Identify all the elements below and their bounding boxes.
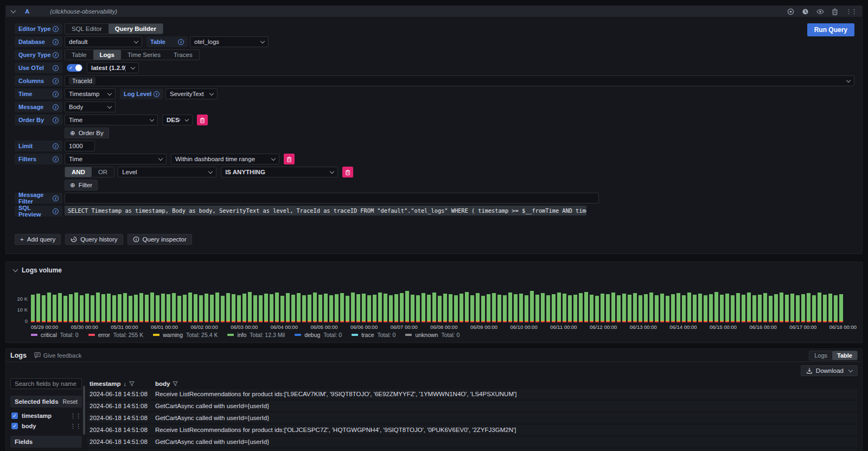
collapse-query-icon[interactable] (11, 8, 16, 14)
table-row[interactable]: 2024-06-18 14:51:08Receive ListRecommend… (87, 389, 858, 399)
add-filter-button[interactable]: ⊕Filter (65, 180, 98, 190)
time-column-select[interactable]: Timestamp (65, 88, 116, 99)
info-icon[interactable]: i (53, 208, 59, 214)
column-header-timestamp[interactable]: timestamp ↓ (87, 380, 155, 387)
filter-funnel-icon[interactable] (173, 381, 178, 386)
editor-type-query-builder[interactable]: Query Builder (108, 24, 163, 34)
query-type-traces[interactable]: Traces (167, 50, 199, 60)
volume-bar (270, 294, 273, 322)
editor-type-sql-editor[interactable]: SQL Editor (65, 24, 108, 34)
info-icon[interactable]: i (53, 26, 59, 32)
log-level-select[interactable]: SeverityText (165, 88, 218, 99)
legend-item-error[interactable]: errorTotal: 255 K (88, 332, 144, 338)
drag-handle-icon[interactable]: ⋮⋮ (70, 423, 81, 429)
legend-item-info[interactable]: infoTotal: 12.3 Mil (227, 332, 285, 338)
filter2-condition-select[interactable]: IS ANYTHING (221, 167, 338, 177)
filter-funnel-icon[interactable] (129, 381, 135, 386)
legend-item-critical[interactable]: criticalTotal: 0 (31, 332, 79, 338)
view-toggle-table[interactable]: Table (832, 351, 857, 360)
query-history-button[interactable]: Query history (65, 234, 123, 245)
remove-order-by-button[interactable] (197, 115, 208, 125)
database-select[interactable]: default (65, 36, 142, 47)
chevron-down-icon (330, 169, 334, 173)
info-icon[interactable]: i (154, 91, 159, 97)
volume-bar (796, 295, 800, 322)
order-by-field-select[interactable]: Time (65, 115, 158, 125)
reset-fields-button[interactable]: Reset (63, 398, 78, 405)
info-icon[interactable]: i (53, 195, 59, 201)
logs-volume-plot[interactable] (31, 277, 857, 323)
columns-multiselect[interactable]: TraceId (65, 75, 854, 86)
run-query-button[interactable]: Run Query (807, 23, 854, 36)
delete-query-icon[interactable] (832, 8, 838, 15)
filter-bool-or[interactable]: OR (92, 167, 114, 177)
filter-field-select[interactable]: Time (65, 154, 167, 164)
filter2-field-select[interactable]: Level (118, 167, 216, 177)
legend-item-trace[interactable]: traceTotal: 0 (352, 332, 395, 338)
sql-preview-code[interactable]: SELECT Timestamp as timestamp, Body as b… (65, 206, 586, 215)
duplicate-query-icon[interactable] (787, 8, 794, 15)
otel-version-select[interactable]: latest (1.2.9) (87, 62, 139, 73)
query-type-logs[interactable]: Logs (93, 50, 121, 60)
sidebar-scrollbar[interactable] (83, 386, 85, 435)
table-row[interactable]: 2024-06-18 14:51:08GetCartAsync called w… (87, 401, 858, 411)
message-filter-input[interactable] (65, 193, 599, 204)
drag-handle-icon[interactable]: ⋮⋮ (846, 9, 857, 14)
view-toggle-logs[interactable]: Logs (809, 351, 832, 360)
checkbox-checked-icon[interactable]: ✓ (11, 423, 18, 429)
volume-bar (118, 294, 122, 322)
hide-response-eye-icon[interactable] (816, 8, 824, 15)
table-row[interactable]: 2024-06-18 14:51:08Receive ListRecommend… (87, 425, 858, 435)
remove-filter2-button[interactable] (342, 167, 353, 177)
add-order-by-button[interactable]: ⊕Order By (65, 128, 109, 138)
column-header-body[interactable]: body (155, 380, 178, 387)
message-column-select[interactable]: Body (65, 101, 116, 112)
legend-label: unknown (415, 332, 438, 338)
checkbox-checked-icon[interactable]: ✓ (11, 412, 18, 419)
filter-condition-select[interactable]: Within dashboard time range (171, 154, 279, 164)
add-query-button[interactable]: +Add query (15, 234, 61, 245)
query-row-header[interactable]: A (clickhouse-observability) ⋮⋮ (6, 6, 862, 17)
query-history-icon[interactable] (802, 8, 809, 15)
drag-handle-icon[interactable]: ⋮⋮ (70, 413, 81, 418)
legend-label: info (237, 332, 246, 338)
use-otel-toggle[interactable]: ✓ (67, 64, 82, 72)
query-type-time-series[interactable]: Time Series (121, 50, 167, 60)
sort-desc-icon[interactable]: ↓ (124, 380, 127, 387)
give-feedback-link[interactable]: Give feedback (34, 352, 81, 359)
query-type-table[interactable]: Table (65, 50, 93, 60)
collapse-volume-icon[interactable] (13, 267, 18, 272)
download-button[interactable]: Download (801, 365, 858, 376)
info-icon[interactable]: i (53, 39, 59, 45)
info-icon[interactable]: i (53, 156, 59, 162)
history-icon (71, 236, 77, 243)
order-by-direction-select[interactable]: DESC (162, 115, 193, 125)
column-tag[interactable]: TraceId (69, 77, 95, 85)
selected-field-body[interactable]: ✓ body ⋮⋮ (11, 421, 81, 430)
search-fields-input[interactable] (10, 378, 82, 389)
table-row[interactable]: 2024-06-18 14:51:08GetCartAsync called w… (87, 437, 858, 447)
info-icon[interactable]: i (53, 78, 59, 84)
info-icon[interactable]: i (53, 65, 59, 71)
volume-bar (671, 294, 675, 322)
info-icon[interactable]: i (53, 52, 59, 58)
volume-bar (405, 291, 409, 322)
info-icon[interactable]: i (53, 143, 59, 149)
info-icon[interactable]: i (178, 39, 184, 45)
info-icon[interactable]: i (53, 91, 59, 97)
selected-field-timestamp[interactable]: ✓ timestamp ⋮⋮ (11, 411, 81, 420)
table-row[interactable]: 2024-06-18 14:51:08GetCartAsync called w… (87, 449, 858, 451)
volume-bar (63, 296, 67, 322)
info-icon[interactable]: i (53, 104, 59, 110)
volume-bar (747, 293, 751, 322)
query-inspector-button[interactable]: Query inspector (127, 234, 192, 245)
limit-input[interactable] (65, 141, 95, 151)
info-icon[interactable]: i (53, 117, 59, 123)
remove-filter-button[interactable] (284, 154, 295, 164)
legend-item-warning[interactable]: warningTotal: 25.4 K (153, 332, 218, 338)
table-select[interactable]: otel_logs (190, 36, 269, 47)
legend-item-unknown[interactable]: unknownTotal: 0 (405, 332, 459, 338)
legend-item-debug[interactable]: debugTotal: 0 (295, 332, 342, 338)
table-row[interactable]: 2024-06-18 14:51:08GetCartAsync called w… (87, 413, 858, 423)
filter-bool-and[interactable]: AND (65, 167, 92, 177)
